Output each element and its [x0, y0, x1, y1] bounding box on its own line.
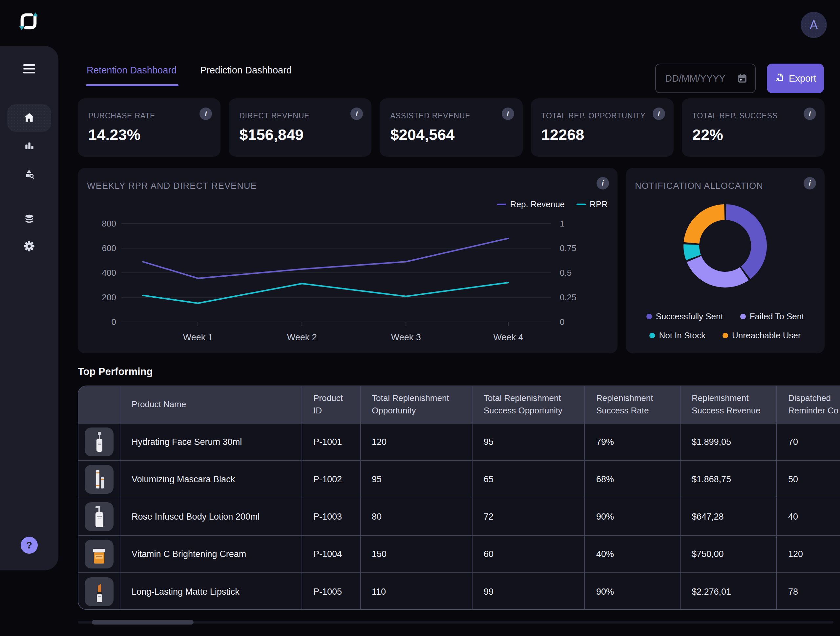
app-logo sync-loop-logo-icon [17, 11, 40, 31]
donut-chart [681, 201, 770, 292]
donut-legend-row: Not In Stock Unreachable User [626, 331, 824, 341]
section-title: Top Performing [78, 366, 153, 378]
column-header: Total Replenishment Success Opportunity [472, 386, 585, 423]
product-image-lipstick [85, 577, 114, 606]
table-cell-product_id: P-1001 [302, 423, 361, 461]
product-image-lotion-pump [85, 502, 114, 531]
column-header: Dispatched Reminder Co [777, 386, 840, 423]
legend-swatch [649, 333, 655, 338]
table-cell-product_id: P-1003 [302, 498, 361, 536]
notification-allocation-card: NOTIFICATION ALLOCATION i Successfully S… [626, 168, 824, 353]
table-row: Rose Infused Body Lotion 200mlP-10038072… [79, 498, 840, 536]
table-cell-total_replenishment_success_opportunity: 60 [472, 536, 585, 573]
donut-legend-row: Successfully Sent Failed To Sent [626, 312, 824, 322]
kpi-card-assisted-revenue: ASSISTED REVENUE $204,564 i [380, 98, 523, 157]
sidebar-item-analytics[interactable] [22, 139, 36, 153]
svg-text:1: 1 [560, 219, 564, 228]
table-cell-product_id: P-1004 [302, 536, 361, 573]
legend-item-unreachable-user[interactable]: Unreachable User [723, 331, 801, 341]
column-header [79, 386, 120, 423]
legend-item-rep-revenue[interactable]: Rep. Revenue [497, 199, 565, 209]
table-row: Volumizing Mascara BlackP-1002956568%$1.… [79, 461, 840, 498]
svg-text:0: 0 [560, 317, 564, 327]
svg-text:Week 2: Week 2 [287, 332, 317, 342]
legend-item-not-in-stock[interactable]: Not In Stock [649, 331, 706, 341]
tab-prediction-dashboard[interactable]: Prediction Dashboard [200, 65, 292, 86]
column-header: Product ID [302, 386, 361, 423]
info-icon[interactable]: i [502, 107, 514, 120]
legend-item-rpr[interactable]: RPR [576, 199, 608, 209]
kpi-label: ASSISTED REVENUE [390, 112, 513, 120]
kpi-label: TOTAL REP. SUCCESS [692, 112, 815, 120]
gear-icon [23, 240, 35, 253]
table-cell-replenishment_success_rate: 90% [585, 573, 681, 610]
line-chart-plot: 800600400200010.750.50.250Week 1Week 2We… [87, 216, 609, 353]
kpi-label: TOTAL REP. OPPORTUNITY [542, 112, 664, 120]
info-icon[interactable]: i [653, 107, 665, 120]
info-icon[interactable]: i [804, 107, 816, 120]
table-cell-total_replenishment_success_opportunity: 72 [472, 498, 585, 536]
svg-text:400: 400 [102, 268, 116, 278]
product-image-cell [79, 461, 120, 498]
column-header: Product Name [120, 386, 302, 423]
legend-swatch [646, 314, 652, 319]
svg-text:600: 600 [102, 243, 116, 253]
date-input[interactable] [665, 73, 732, 84]
column-header: Replenishment Success Revenue [681, 386, 777, 423]
table-cell-dispatched_reminder_count: 70 [777, 423, 840, 461]
hamburger-menu-icon[interactable] [23, 64, 35, 76]
horizontal-scrollbar-thumb[interactable] [92, 620, 194, 625]
kpi-value: 14.23% [88, 126, 211, 143]
svg-text:800: 800 [102, 219, 116, 228]
export-button-label: Export [789, 73, 816, 84]
legend-swatch [497, 203, 506, 205]
kpi-value: $204,564 [390, 126, 513, 143]
table-cell-product_name: Hydrating Face Serum 30ml [120, 423, 302, 461]
kpi-value: $156,849 [239, 126, 362, 143]
svg-text:0.5: 0.5 [560, 268, 572, 278]
table-cell-total_replenishment_success_opportunity: 95 [472, 423, 585, 461]
kpi-label: PURCHASE RATE [88, 112, 211, 120]
date-filter-field[interactable] [655, 64, 756, 93]
legend-label: RPR [590, 199, 608, 209]
sidebar-item-product-search[interactable] [22, 167, 36, 182]
legend-item-failed-to-sent[interactable]: Failed To Sent [740, 312, 804, 322]
table-cell-replenishment_success_revenue: $750,00 [681, 536, 777, 573]
user-avatar[interactable]: A [801, 12, 827, 38]
help-button question-mark-icon[interactable]: ? [21, 537, 38, 554]
kpi-card-total-rep-success: TOTAL REP. SUCCESS 22% i [682, 98, 824, 157]
chart-title: NOTIFICATION ALLOCATION [635, 181, 763, 191]
kpi-cards-row: PURCHASE RATE 14.23% i DIRECT REVENUE $1… [78, 98, 824, 157]
table-cell-replenishment_success_revenue: $1.899,05 [681, 423, 777, 461]
svg-text:Week 1: Week 1 [183, 332, 213, 342]
export-button[interactable]: Export [767, 64, 824, 93]
kpi-label: DIRECT REVENUE [239, 112, 362, 120]
table-cell-dispatched_reminder_count: 50 [777, 461, 840, 498]
product-image-cell [79, 423, 120, 461]
product-image-serum-bottle [85, 428, 114, 457]
info-icon[interactable]: i [199, 107, 212, 120]
legend-label: Not In Stock [659, 331, 706, 341]
table-cell-replenishment_success_revenue: $647,28 [681, 498, 777, 536]
table-row: Vitamin C Brightening CreamP-10041506040… [79, 536, 840, 573]
info-icon[interactable]: i [804, 177, 816, 189]
kpi-card-direct-revenue: DIRECT REVENUE $156,849 i [229, 98, 371, 157]
table-cell-dispatched_reminder_count: 40 [777, 498, 840, 536]
calendar-icon[interactable] [737, 73, 748, 84]
sidebar-item-data[interactable] [22, 212, 36, 226]
table-cell-product_name: Vitamin C Brightening Cream [120, 536, 302, 573]
table-cell-product_name: Long-Lasting Matte Lipstick [120, 573, 302, 610]
sidebar-item-settings[interactable] [22, 240, 36, 254]
legend-item-successfully-sent[interactable]: Successfully Sent [646, 312, 723, 322]
table-cell-total_replenishment_opportunity: 110 [361, 573, 472, 610]
legend-label: Unreachable User [732, 331, 801, 341]
table-row: Hydrating Face Serum 30mlP-10011209579%$… [79, 423, 840, 461]
info-icon[interactable]: i [597, 177, 609, 189]
table-cell-replenishment_success_rate: 68% [585, 461, 681, 498]
sidebar-item-home[interactable] [7, 104, 51, 132]
kpi-card-purchase-rate: PURCHASE RATE 14.23% i [78, 98, 221, 157]
tab-retention-dashboard[interactable]: Retention Dashboard [87, 65, 177, 86]
table-row: Long-Lasting Matte LipstickP-10051109990… [79, 573, 840, 610]
bar-chart-icon [24, 140, 35, 153]
legend-swatch [740, 314, 746, 319]
